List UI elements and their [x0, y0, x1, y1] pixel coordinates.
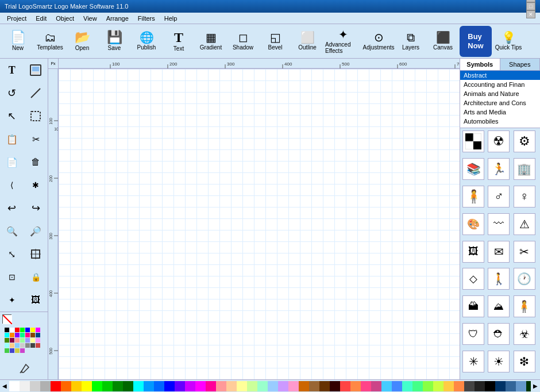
mini-color-dot[interactable] — [15, 328, 20, 332]
mini-color-dot[interactable] — [10, 333, 14, 337]
outline-button[interactable]: ⬜ Outline — [292, 26, 323, 57]
palette-scroll-left[interactable]: ◀ — [0, 380, 9, 393]
symbol-person-stand[interactable]: 🧍 — [462, 186, 484, 207]
menu-edit[interactable]: Edit — [31, 14, 51, 23]
color-swatch[interactable] — [20, 381, 30, 391]
color-swatch[interactable] — [144, 381, 154, 391]
symbol-caution[interactable]: ⚠ — [514, 213, 535, 235]
color-swatch[interactable] — [464, 381, 475, 391]
category-architecture[interactable]: Architecture and Cons — [460, 98, 540, 107]
symbol-mountain[interactable]: ⛰ — [488, 295, 510, 317]
category-arts[interactable]: Arts and Media — [460, 107, 540, 117]
lock-tool[interactable]: 🔒 — [25, 266, 48, 288]
color-swatch[interactable] — [443, 381, 454, 391]
color-swatch[interactable] — [423, 381, 433, 391]
layers-button[interactable]: ⧉ Layers — [395, 26, 426, 57]
color-swatch[interactable] — [485, 381, 495, 391]
color-swatch[interactable] — [506, 381, 516, 391]
mini-color-dot[interactable] — [5, 343, 9, 348]
color-swatch[interactable] — [392, 381, 402, 391]
color-swatch[interactable] — [495, 381, 506, 391]
mini-color-dot[interactable] — [30, 338, 35, 343]
color-swatch[interactable] — [216, 381, 226, 391]
trash-tool[interactable]: 🗑 — [25, 151, 48, 173]
tab-symbols[interactable]: Symbols — [460, 59, 500, 70]
mini-color-dot[interactable] — [15, 348, 20, 353]
symbol-scissors[interactable]: ✂ — [514, 241, 535, 263]
symbol-clock[interactable]: 🕐 — [514, 268, 535, 290]
shadow-button[interactable]: ◻ Shadow — [227, 26, 259, 57]
category-abstract[interactable]: Abstract — [460, 71, 540, 80]
add-page-tool[interactable]: 📄 — [1, 151, 24, 173]
color-swatch[interactable] — [30, 381, 40, 391]
color-swatch[interactable] — [247, 381, 257, 391]
symbol-shield[interactable]: 🛡 — [462, 323, 484, 345]
mini-color-dot[interactable] — [36, 343, 40, 348]
symbol-starburst1[interactable]: ✳ — [462, 351, 484, 372]
symbol-starburst2[interactable]: ❇ — [514, 351, 535, 372]
color-swatch[interactable] — [102, 381, 113, 391]
menu-object[interactable]: Object — [51, 14, 79, 23]
mini-color-dot[interactable] — [10, 343, 14, 348]
mini-color-dot[interactable] — [5, 348, 9, 353]
menu-arrange[interactable]: Arrange — [102, 14, 133, 23]
mini-color-dot[interactable] — [5, 328, 9, 332]
color-swatch[interactable] — [206, 381, 216, 391]
color-swatch[interactable] — [319, 381, 330, 391]
canvas-button[interactable]: ⬛ Canvas — [427, 26, 458, 57]
crop-tool[interactable] — [25, 243, 48, 265]
line-tool[interactable] — [25, 82, 48, 104]
color-swatch[interactable] — [433, 381, 443, 391]
publish-button[interactable]: 🌐 Publish — [131, 26, 162, 57]
mini-color-dot[interactable] — [36, 338, 40, 343]
tab-shapes[interactable]: Shapes — [500, 59, 541, 70]
symbol-diamond[interactable]: ◇ — [462, 268, 484, 290]
text-tool[interactable]: T — [1, 59, 24, 81]
text-button[interactable]: T Text — [163, 26, 194, 57]
symbol-poison[interactable]: 🎨 — [462, 213, 484, 235]
symbol-landscape[interactable]: 🏔 — [462, 295, 484, 317]
symbol-biohazard[interactable]: ☣ — [514, 323, 535, 345]
mini-color-dot[interactable] — [15, 333, 20, 337]
color-swatch[interactable] — [51, 381, 61, 391]
undo-tool[interactable]: ↩ — [1, 197, 24, 219]
symbol-walking[interactable]: 🚶 — [488, 268, 510, 290]
cut-tool[interactable]: ✂ — [25, 128, 48, 150]
image2-tool[interactable]: 🖼 — [25, 289, 48, 311]
color-swatch[interactable] — [340, 381, 350, 391]
color-swatch[interactable] — [412, 381, 423, 391]
mini-color-dot[interactable] — [10, 338, 14, 343]
buynow-button[interactable]: BuyNow — [460, 26, 492, 57]
color-swatch[interactable] — [113, 381, 123, 391]
color-swatch[interactable] — [40, 381, 51, 391]
symbol-checkered[interactable] — [462, 130, 484, 152]
menu-help[interactable]: Help — [160, 14, 182, 23]
zoom-in-tool[interactable]: 🔍 — [1, 220, 24, 242]
symbol-sun[interactable]: ☀ — [488, 351, 510, 372]
mini-color-dot[interactable] — [36, 333, 40, 337]
mini-color-dot[interactable] — [25, 343, 30, 348]
color-swatch[interactable] — [164, 381, 175, 391]
gradient-button[interactable]: ▦ Gradient — [195, 26, 226, 57]
category-automobiles[interactable]: Automobiles — [460, 117, 540, 126]
mini-color-dot[interactable] — [30, 328, 35, 332]
mini-color-dot[interactable] — [5, 338, 9, 343]
color-swatch[interactable] — [288, 381, 299, 391]
menu-filters[interactable]: Filters — [133, 14, 160, 23]
menu-view[interactable]: View — [79, 14, 102, 23]
zoom-out-tool[interactable]: 🔎 — [25, 220, 48, 242]
color-swatch[interactable] — [516, 381, 526, 391]
symbol-radiation[interactable]: ☢ — [488, 130, 510, 152]
adjustments-button[interactable]: ⊙ Adjustments — [363, 26, 394, 57]
group-tool[interactable]: ⊡ — [1, 266, 24, 288]
palette-scroll-right[interactable]: ▶ — [531, 380, 540, 393]
mini-color-dot[interactable] — [10, 328, 14, 332]
category-accounting[interactable]: Accounting and Finan — [460, 80, 540, 89]
rotate-tool[interactable]: ↺ — [1, 82, 24, 104]
mini-color-dot[interactable] — [15, 338, 20, 343]
drawing-canvas[interactable] — [59, 69, 460, 379]
redo-tool[interactable]: ↪ — [25, 197, 48, 219]
symbol-male[interactable]: ♂ — [488, 186, 510, 207]
symbol-swirl[interactable]: 〰 — [488, 213, 510, 235]
mini-color-dot[interactable] — [20, 333, 25, 337]
